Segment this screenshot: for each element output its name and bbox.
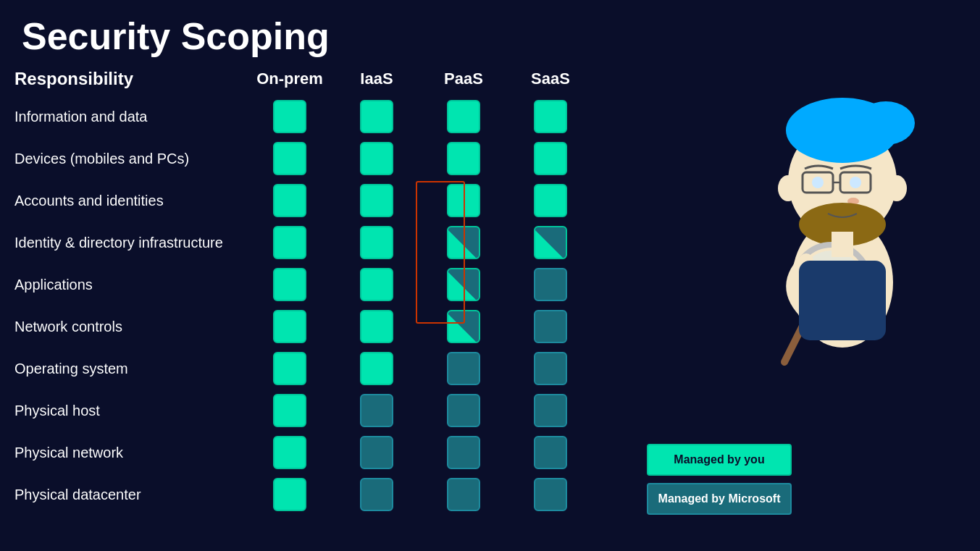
cell-iaas [333, 268, 420, 301]
tile-onprem-8 [273, 436, 306, 469]
tile-saas-7 [534, 394, 567, 427]
tile-saas-2 [534, 184, 567, 217]
col-onprem: On-prem [246, 70, 333, 88]
tile-paas-5 [447, 310, 480, 343]
cell-onprem [246, 100, 333, 133]
table-row: Identity & directory infrastructure [14, 222, 681, 263]
cell-iaas [333, 352, 420, 385]
svg-point-3 [857, 101, 915, 145]
tile-paas-9 [447, 478, 480, 511]
tile-paas-3 [447, 226, 480, 259]
cell-iaas [333, 478, 420, 511]
table-row: Applications [14, 264, 681, 305]
tile-iaas-4 [360, 268, 393, 301]
tile-saas-6 [534, 352, 567, 385]
cell-onprem [246, 142, 333, 175]
cell-paas [420, 142, 507, 175]
tile-saas-0 [534, 100, 567, 133]
row-label: Physical datacenter [14, 487, 246, 503]
cell-onprem [246, 478, 333, 511]
tile-onprem-6 [273, 352, 306, 385]
tile-iaas-1 [360, 142, 393, 175]
tile-paas-0 [447, 100, 480, 133]
svg-rect-18 [832, 232, 853, 257]
tile-iaas-9 [360, 478, 393, 511]
table-row: Physical host [14, 390, 681, 431]
tile-onprem-4 [273, 268, 306, 301]
cell-saas [507, 436, 594, 469]
table-row: Devices (mobiles and PCs) [14, 138, 681, 179]
cell-paas [420, 394, 507, 427]
tile-saas-1 [534, 142, 567, 175]
tile-iaas-6 [360, 352, 393, 385]
tile-onprem-3 [273, 226, 306, 259]
tile-iaas-3 [360, 226, 393, 259]
row-label: Physical network [14, 445, 246, 461]
cell-saas [507, 394, 594, 427]
tile-iaas-8 [360, 436, 393, 469]
svg-point-4 [778, 175, 798, 201]
cell-iaas [333, 184, 420, 217]
table-row: Physical datacenter [14, 474, 681, 515]
row-label: Accounts and identities [14, 193, 246, 209]
tile-paas-1 [447, 142, 480, 175]
cell-paas [420, 352, 507, 385]
character-illustration [705, 51, 980, 471]
svg-point-10 [850, 177, 861, 188]
cell-saas [507, 100, 594, 133]
tile-iaas-2 [360, 184, 393, 217]
tile-onprem-1 [273, 142, 306, 175]
cell-iaas [333, 100, 420, 133]
tile-iaas-0 [360, 100, 393, 133]
table-row: Information and data [14, 96, 681, 137]
tile-paas-6 [447, 352, 480, 385]
row-label: Identity & directory infrastructure [14, 235, 246, 251]
table-row: Accounts and identities [14, 180, 681, 221]
svg-point-9 [812, 177, 824, 188]
table-header: Responsibility On-prem IaaS PaaS SaaS [14, 65, 681, 93]
tile-paas-7 [447, 394, 480, 427]
cell-onprem [246, 184, 333, 217]
table-row: Network controls [14, 306, 681, 347]
cell-iaas [333, 310, 420, 343]
cell-paas [420, 436, 507, 469]
cell-paas [420, 100, 507, 133]
col-paas: PaaS [420, 70, 507, 88]
col-saas: SaaS [507, 70, 594, 88]
tile-saas-4 [534, 268, 567, 301]
cell-onprem [246, 310, 333, 343]
tile-saas-9 [534, 478, 567, 511]
cell-paas [420, 478, 507, 511]
cell-iaas [333, 394, 420, 427]
tile-onprem-9 [273, 478, 306, 511]
tile-iaas-5 [360, 310, 393, 343]
row-label: Applications [14, 277, 246, 293]
row-label: Information and data [14, 109, 246, 125]
tile-onprem-5 [273, 310, 306, 343]
tile-saas-5 [534, 310, 567, 343]
table-row: Physical network [14, 432, 681, 473]
cell-saas [507, 142, 594, 175]
cell-paas [420, 184, 507, 217]
tile-onprem-0 [273, 100, 306, 133]
cell-onprem [246, 394, 333, 427]
row-label: Network controls [14, 319, 246, 335]
tile-paas-8 [447, 436, 480, 469]
row-label: Operating system [14, 361, 246, 377]
col-iaas: IaaS [333, 70, 420, 88]
cell-saas [507, 352, 594, 385]
tile-saas-3 [534, 226, 567, 259]
cell-iaas [333, 142, 420, 175]
cell-iaas [333, 226, 420, 259]
cell-paas [420, 226, 507, 259]
cell-onprem [246, 436, 333, 469]
cell-saas [507, 310, 594, 343]
tile-iaas-7 [360, 394, 393, 427]
cell-saas [507, 478, 594, 511]
cell-onprem [246, 226, 333, 259]
detective-character-svg [726, 51, 958, 413]
legend-managed-by-microsoft: Managed by Microsoft [647, 483, 792, 515]
cell-onprem [246, 352, 333, 385]
cell-paas [420, 310, 507, 343]
cell-iaas [333, 436, 420, 469]
